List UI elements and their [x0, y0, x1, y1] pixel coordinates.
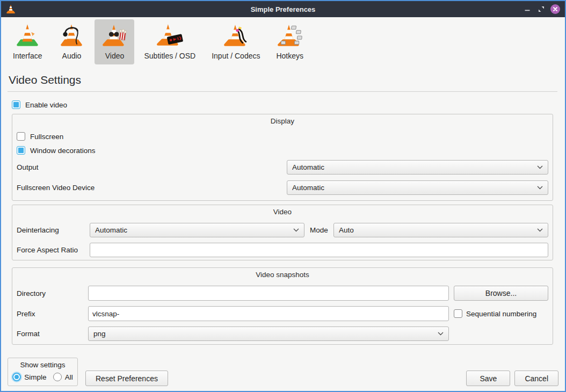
- chevron-down-icon: [537, 165, 543, 169]
- output-select[interactable]: Automatic: [287, 160, 548, 175]
- simple-radio-label: Simple: [24, 373, 46, 381]
- deinterlacing-select[interactable]: Automatic: [90, 223, 304, 237]
- format-label: Format: [17, 330, 88, 338]
- video-group: Video Deinterlacing Automatic Mode Auto: [12, 205, 553, 260]
- sequential-numbering-label: Sequential numbering: [466, 310, 536, 318]
- show-settings-title: Show settings: [20, 361, 65, 369]
- tab-subtitles-osd[interactable]: Subtitles / OSD: [137, 19, 202, 64]
- titlebar: Simple Preferences: [1, 1, 565, 17]
- window-decorations-row[interactable]: Window decorations: [17, 146, 548, 155]
- force-aspect-ratio-row: Force Aspect Ratio: [17, 243, 548, 257]
- chevron-down-icon: [438, 332, 444, 336]
- chevron-down-icon: [537, 228, 543, 232]
- vlc-audio-icon: [58, 23, 85, 49]
- display-group: Display Fullscreen Window decorations Ou…: [12, 114, 553, 201]
- content-area: Video Settings Enable video Display Full…: [1, 66, 565, 358]
- directory-label: Directory: [17, 289, 88, 297]
- enable-video-label: Enable video: [25, 101, 67, 109]
- enable-video-row[interactable]: Enable video: [12, 100, 557, 109]
- mode-label: Mode: [310, 226, 328, 234]
- vlc-logo-icon: [5, 4, 16, 14]
- sequential-numbering-checkbox[interactable]: [454, 309, 462, 318]
- vlc-input-codecs-icon: [222, 23, 249, 49]
- window-controls: [518, 4, 561, 14]
- prefix-input[interactable]: [88, 306, 449, 321]
- titlebar-left: [5, 4, 48, 14]
- chevron-down-icon: [293, 228, 299, 232]
- vlc-video-icon: [101, 23, 128, 49]
- output-row: Output Automatic: [17, 160, 548, 175]
- vlc-hotkeys-icon: [277, 23, 303, 49]
- video-snapshots-group: Video snapshots Directory Browse... Pref…: [12, 267, 553, 345]
- tab-video[interactable]: Video: [95, 19, 134, 64]
- close-button[interactable]: [550, 4, 561, 14]
- fullscreen-row[interactable]: Fullscreen: [17, 132, 548, 141]
- format-row: Format png: [17, 326, 548, 341]
- tab-interface[interactable]: Interface: [6, 19, 48, 64]
- title-divider: [8, 91, 557, 92]
- window-decorations-checkbox[interactable]: [17, 146, 25, 155]
- mode-value: Auto: [339, 226, 537, 234]
- radio-all[interactable]: All: [53, 373, 73, 381]
- output-value: Automatic: [292, 163, 537, 171]
- deinterlacing-row: Deinterlacing Automatic Mode Auto: [17, 223, 548, 237]
- preferences-window: Simple Preferences: [0, 0, 566, 392]
- output-label: Output: [17, 163, 287, 171]
- cancel-button[interactable]: Cancel: [514, 371, 558, 386]
- format-value: png: [93, 330, 438, 338]
- deinterlacing-value: Automatic: [95, 226, 293, 234]
- display-group-title: Display: [17, 117, 548, 126]
- page-title: Video Settings: [9, 72, 557, 88]
- window-title: Simple Preferences: [48, 5, 518, 13]
- fullscreen-video-device-row: Fullscreen Video Device Automatic: [17, 180, 548, 195]
- fullscreen-video-device-select[interactable]: Automatic: [287, 180, 548, 195]
- force-aspect-ratio-label: Force Aspect Ratio: [17, 246, 90, 254]
- tab-label: Hotkeys: [276, 52, 303, 60]
- all-radio-button[interactable]: [53, 373, 62, 381]
- sequential-numbering-row[interactable]: Sequential numbering: [454, 309, 536, 318]
- tab-audio[interactable]: Audio: [52, 19, 91, 64]
- tab-label: Input / Codecs: [212, 52, 260, 60]
- save-button[interactable]: Save: [466, 371, 510, 386]
- footer: Show settings Simple All Reset Preferenc…: [1, 358, 565, 386]
- fullscreen-video-device-value: Automatic: [292, 184, 537, 192]
- browse-button[interactable]: Browse...: [454, 286, 548, 301]
- prefix-label: Prefix: [17, 310, 88, 318]
- minimize-icon: [524, 6, 531, 12]
- window-decorations-label: Window decorations: [30, 147, 96, 155]
- force-aspect-ratio-input[interactable]: [90, 243, 548, 257]
- reset-preferences-button[interactable]: Reset Preferences: [85, 371, 168, 386]
- video-group-title: Video: [17, 208, 548, 216]
- fullscreen-checkbox[interactable]: [17, 132, 25, 141]
- tab-label: Audio: [62, 52, 82, 60]
- fullscreen-label: Fullscreen: [30, 133, 63, 141]
- simple-radio-button[interactable]: [12, 373, 21, 381]
- preferences-toolbar: Interface Audio: [1, 17, 565, 66]
- tab-input-codecs[interactable]: Input / Codecs: [205, 19, 266, 64]
- restore-button[interactable]: [536, 4, 547, 14]
- tab-hotkeys[interactable]: Hotkeys: [270, 19, 310, 64]
- radio-simple[interactable]: Simple: [12, 373, 46, 381]
- vlc-subtitles-icon: [156, 23, 183, 49]
- chevron-down-icon: [537, 186, 543, 190]
- tab-label: Interface: [13, 52, 42, 60]
- format-select[interactable]: png: [88, 326, 449, 341]
- enable-video-checkbox[interactable]: [12, 100, 20, 109]
- restore-icon: [538, 6, 545, 12]
- directory-input[interactable]: [88, 286, 449, 301]
- show-settings-group: Show settings Simple All: [8, 358, 78, 386]
- tab-label: Video: [105, 52, 125, 60]
- video-snapshots-group-title: Video snapshots: [17, 271, 548, 279]
- minimize-button[interactable]: [522, 4, 533, 14]
- vlc-interface-icon: [14, 23, 41, 49]
- all-radio-label: All: [65, 373, 73, 381]
- prefix-row: Prefix Sequential numbering: [17, 306, 548, 321]
- tab-label: Subtitles / OSD: [144, 52, 195, 60]
- close-icon: [550, 4, 560, 14]
- mode-select[interactable]: Auto: [333, 223, 548, 237]
- fullscreen-video-device-label: Fullscreen Video Device: [17, 184, 287, 192]
- deinterlacing-label: Deinterlacing: [17, 226, 90, 234]
- directory-row: Directory Browse...: [17, 286, 548, 301]
